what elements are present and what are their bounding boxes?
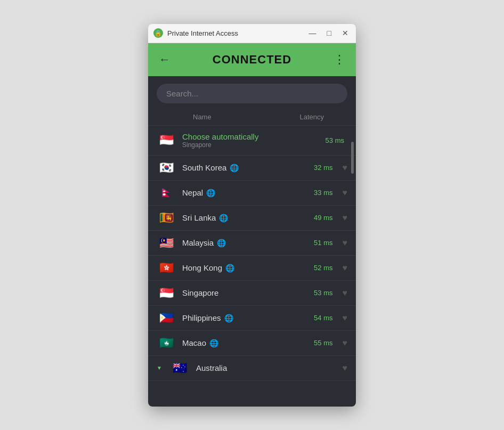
flag: 🇰🇷: [157, 161, 176, 175]
expand-icon: ▼: [157, 365, 162, 371]
latency-value: 32 ms: [309, 164, 333, 172]
server-row[interactable]: 🇭🇰 Hong Kong 🌐 52 ms ♥: [148, 256, 356, 281]
globe-icon: 🌐: [206, 189, 215, 197]
flag: 🇳🇵: [157, 186, 176, 200]
flag: 🇸🇬: [157, 286, 176, 300]
latency-value: 55 ms: [309, 339, 333, 347]
latency-value: 52 ms: [309, 264, 333, 272]
server-row[interactable]: 🇲🇾 Malaysia 🌐 51 ms ♥: [148, 231, 356, 256]
auto-select-sub: Singapore: [182, 141, 319, 149]
title-bar: 🔒 Private Internet Access — □ ✕: [148, 24, 356, 43]
server-name: Philippines 🌐: [182, 313, 303, 322]
connection-status: CONNECTED: [173, 53, 331, 67]
window-title: Private Internet Access: [167, 29, 307, 37]
globe-icon: 🌐: [230, 164, 239, 172]
favorite-icon[interactable]: ♥: [343, 313, 348, 323]
server-row[interactable]: 🇲🇴 Macao 🌐 55 ms ♥: [148, 331, 356, 356]
name-column-header: Name: [193, 113, 212, 121]
close-button[interactable]: ✕: [340, 28, 351, 38]
flag: 🇦🇺: [170, 361, 190, 375]
server-row[interactable]: 🇸🇬 Singapore 53 ms ♥: [148, 281, 356, 306]
server-row[interactable]: ▼ 🇦🇺 Australia ♥: [148, 356, 356, 381]
favorite-icon[interactable]: ♥: [343, 163, 348, 173]
latency-column-header: Latency: [299, 113, 324, 121]
latency-value: 53 ms: [309, 289, 333, 297]
auto-select-row[interactable]: 🇸🇬 Choose automatically Singapore 53 ms: [148, 126, 356, 156]
auto-select-latency: 53 ms: [326, 136, 344, 144]
globe-icon: 🌐: [209, 339, 218, 347]
globe-icon: 🌐: [224, 314, 233, 322]
minimize-button[interactable]: —: [307, 28, 319, 38]
server-name: Sri Lanka 🌐: [182, 213, 303, 222]
server-row[interactable]: 🇰🇷 South Korea 🌐 32 ms ♥: [148, 156, 356, 181]
column-headers: Name Latency: [148, 111, 356, 126]
auto-select-name: Choose automatically: [182, 132, 319, 141]
favorite-icon[interactable]: ♥: [343, 238, 348, 248]
search-input[interactable]: [157, 84, 347, 103]
server-name: Singapore: [182, 288, 303, 297]
menu-button[interactable]: ⋮: [331, 52, 347, 68]
server-row[interactable]: 🇵🇭 Philippines 🌐 54 ms ♥: [148, 306, 356, 331]
flag: 🇲🇾: [157, 236, 176, 250]
server-name: Australia: [196, 363, 303, 372]
favorite-icon[interactable]: ♥: [343, 338, 348, 348]
app-body: Name Latency 🇸🇬 Choose automatically Sin…: [148, 76, 356, 407]
server-name: Hong Kong 🌐: [182, 263, 303, 272]
flag: 🇵🇭: [157, 311, 176, 325]
server-name: Malaysia 🌐: [182, 238, 303, 247]
window-controls: — □ ✕: [307, 28, 351, 38]
app-icon: 🔒: [153, 28, 163, 38]
flag: 🇭🇰: [157, 261, 176, 275]
auto-select-flag: 🇸🇬: [157, 133, 176, 147]
server-row[interactable]: 🇱🇰 Sri Lanka 🌐 49 ms ♥: [148, 206, 356, 231]
app-header: ← CONNECTED ⋮: [148, 43, 356, 76]
server-list-container: 🇸🇬 Choose automatically Singapore 53 ms …: [148, 126, 356, 381]
back-button[interactable]: ←: [157, 52, 173, 68]
favorite-icon[interactable]: ♥: [343, 188, 348, 198]
latency-value: 54 ms: [309, 314, 333, 322]
globe-icon: 🌐: [219, 214, 228, 222]
favorite-icon[interactable]: ♥: [343, 263, 348, 273]
search-container: [148, 76, 356, 111]
server-name: Nepal 🌐: [182, 188, 303, 197]
latency-value: 51 ms: [309, 239, 333, 247]
latency-value: 33 ms: [309, 189, 333, 197]
auto-select-info: Choose automatically Singapore: [182, 132, 319, 149]
favorite-icon[interactable]: ♥: [343, 363, 348, 373]
flag: 🇱🇰: [157, 211, 176, 225]
server-list: 🇰🇷 South Korea 🌐 32 ms ♥ 🇳🇵 Nepal 🌐 33 m…: [148, 156, 356, 381]
flag: 🇲🇴: [157, 336, 176, 350]
scrollbar[interactable]: [351, 142, 354, 174]
maximize-button[interactable]: □: [325, 28, 334, 38]
app-window: 🔒 Private Internet Access — □ ✕ ← CONNEC…: [148, 24, 356, 407]
globe-icon: 🌐: [217, 239, 226, 247]
server-name: Macao 🌐: [182, 338, 303, 347]
server-name: South Korea 🌐: [182, 163, 303, 172]
favorite-icon[interactable]: ♥: [343, 288, 348, 298]
server-row[interactable]: 🇳🇵 Nepal 🌐 33 ms ♥: [148, 181, 356, 206]
latency-value: 49 ms: [309, 214, 333, 222]
favorite-icon[interactable]: ♥: [343, 213, 348, 223]
globe-icon: 🌐: [225, 264, 234, 272]
